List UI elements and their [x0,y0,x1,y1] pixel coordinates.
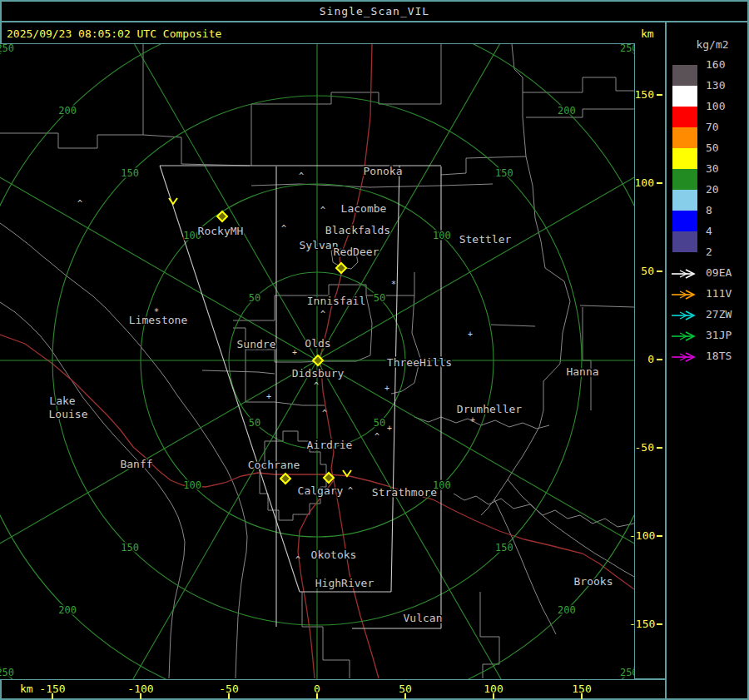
radar-station-arrow-icon [671,351,699,363]
city-label-calgary: Calgary [298,484,344,497]
radar-site-diamond-0 [217,211,227,221]
azimuth-line-150deg [317,360,567,679]
legend-scale-value-50: 50 [706,141,719,154]
x-axis-tick-100 [493,693,494,699]
radar-station-row-31jp [671,330,699,341]
city-label-strathmore: Strathmore [372,486,437,499]
town-marker-10: + [292,348,297,357]
legend-scale-value-20: 20 [706,183,719,196]
town-marker-4: ^ [320,310,325,319]
radar-station-row-09ea [671,267,699,279]
radar-station-id-111v: 111V [706,287,732,300]
legend-color-box-100 [672,107,697,127]
county-boundary-line-27 [480,592,499,678]
radar-site-diamond-1 [336,263,346,273]
town-marker-13: + [387,424,392,433]
city-label-drumheller: Drumheller [457,403,522,415]
county-boundary-line-0 [0,133,143,148]
town-marker-7: ^ [374,432,379,441]
y-axis-tick-label--100: -100 [629,529,654,542]
y-axis-tick-label-50: 50 [629,265,654,277]
legend-color-box-50 [672,148,697,169]
x-axis-tick--50 [228,693,230,699]
radar-station-id-31jp: 31JP [706,329,732,341]
legend-scale-value-4: 4 [706,225,712,237]
city-label-ponoka: Ponoka [364,165,403,177]
range-ring-label-50: 50 [249,417,260,429]
range-ring-label-200: 200 [58,105,77,117]
y-axis-tick-label--50: -50 [629,441,654,454]
legend-color-box-4 [672,231,697,252]
legend-color-box-30 [672,169,697,190]
x-axis-tick-50 [404,693,406,699]
range-ring-label-50: 50 [249,292,260,304]
x-axis-tick-150 [581,693,583,699]
x-axis-tick-0 [316,693,318,699]
scan-timestamp: 2025/09/23 08:05:02 UTC Composite [7,27,221,40]
y-axis-tick-label--150: -150 [629,618,654,630]
county-boundary-line-5 [512,44,526,156]
x-axis-tick--100 [140,693,141,699]
range-ring-label-200: 200 [58,604,77,616]
legend-scale-value-160: 160 [706,58,725,71]
y-axis-tick-label-100: 100 [629,176,654,189]
range-ring-label-100: 100 [433,230,451,241]
legend-color-box-130 [672,86,697,107]
y-axis-tick-0 [657,359,662,360]
range-ring-label-150: 150 [121,542,139,554]
town-marker-2: ^ [299,171,304,181]
range-ring-label-200: 200 [558,105,576,117]
county-boundary-line-6 [523,77,634,92]
legend-color-box-20 [672,190,697,211]
radar-map: 5050505010010010010015015015015020020020… [0,44,634,679]
city-label-vulcan: Vulcan [404,612,443,624]
town-marker-12: + [384,384,389,393]
legend-scale-value-2: 2 [706,246,712,258]
town-marker-0: ^ [77,199,82,208]
range-ring-label-100: 100 [183,479,201,491]
y-axis-tick-label-0: 0 [629,353,654,365]
city-label-olds: Olds [305,337,330,350]
town-marker-1: ^ [281,224,286,233]
radar-station-arrow-icon [671,268,699,280]
city-label-rockymh: RockyMH [198,225,244,237]
city-label-hanna: Hanna [566,365,598,378]
city-label-lacombe: Lacombe [341,202,387,215]
county-boundary-line-10 [481,218,570,515]
county-boundary-line-29 [202,370,275,374]
range-ring-label-150: 150 [495,542,513,554]
town-marker-17: * [391,280,396,289]
county-boundary-line-2 [143,135,250,166]
radar-station-id-27zw: 27ZW [706,308,732,320]
range-ring-label-250: 250 [0,667,14,678]
city-label-sundre: Sundre [237,338,276,350]
town-marker-3: ^ [320,206,325,215]
y-axis-tick-50 [657,271,662,272]
legend-scale-value-100: 100 [706,100,725,112]
town-marker-15: + [470,415,475,424]
range-ring-label-50: 50 [374,292,385,304]
radar-station-row-111v [671,288,699,300]
y-axis-tick-label-150: 150 [629,88,654,101]
legend-color-box-160 [672,65,697,86]
legend-color-box-8 [672,211,697,231]
range-ring-label-250: 250 [620,667,634,678]
legend-unit-label: kg/m2 [682,38,742,51]
cell-motion-arrow-0 [169,198,177,204]
range-ring-label-250: 250 [0,44,14,54]
city-label-highriver: HighRiver [315,577,374,589]
town-marker-8: ^ [295,555,300,564]
county-boundary-line-11 [491,325,535,326]
town-marker-6: ^ [322,409,327,418]
radar-station-arrow-icon [671,330,699,342]
legend-scale-value-30: 30 [706,162,719,175]
city-label-threehills: ThreeHills [387,356,452,369]
radar-station-row-27zw [671,309,699,320]
y-axis-tick-150 [657,94,662,96]
y-axis-tick-100 [657,182,662,184]
county-boundary-line-26 [302,592,350,678]
town-marker-9: ^ [348,486,353,495]
titlebar-divider [0,21,749,22]
radar-station-row-18ts [671,350,699,362]
city-label-okotoks: Okotoks [311,549,357,561]
